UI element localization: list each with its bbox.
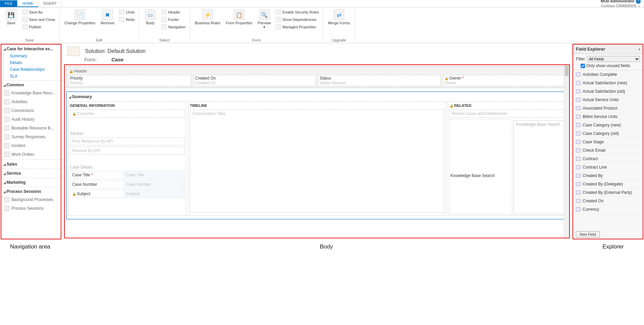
help-icon[interactable]: ? xyxy=(636,0,641,4)
redo-button[interactable]: Redo xyxy=(118,16,136,23)
new-field-button[interactable]: New Field xyxy=(576,231,600,237)
customer-field[interactable]: 🔒Customer xyxy=(70,110,184,118)
field-item[interactable]: Created By xyxy=(573,172,643,180)
kpi1-field[interactable]: First Response By KPI xyxy=(70,137,184,145)
entity-icon xyxy=(4,152,9,157)
case-detail-row[interactable]: Case Title *Case Title xyxy=(70,171,184,179)
save-as-button[interactable]: Save As xyxy=(21,9,57,16)
tab-home[interactable]: HOME xyxy=(18,0,38,7)
field-item[interactable]: Currency xyxy=(573,205,643,214)
nav-section-common[interactable]: Common xyxy=(1,81,61,89)
footer-button[interactable]: Footer xyxy=(160,16,187,23)
filter-select[interactable]: All Fields xyxy=(587,56,640,62)
field-item[interactable]: Case Category (old) xyxy=(573,129,643,138)
related-list-area[interactable]: Knowledge Base Search xyxy=(449,119,512,214)
managed-properties-button[interactable]: Managed Properties xyxy=(274,24,320,30)
group-label-select: Select xyxy=(142,37,187,42)
expand-icon[interactable]: › xyxy=(639,47,640,52)
form-properties-button[interactable]: 📋Form Properties xyxy=(224,9,254,37)
field-icon xyxy=(576,157,581,161)
publish-button[interactable]: Publish xyxy=(21,24,57,30)
tab-file[interactable]: FILE xyxy=(0,0,18,7)
change-properties-button[interactable]: 📄Change Properties xyxy=(62,9,97,37)
nav-section-process[interactable]: Process Sessions xyxy=(1,188,61,195)
header-field[interactable]: StatusStatus Reason xyxy=(318,75,441,86)
field-item[interactable]: Associated Product xyxy=(573,104,643,113)
column-related[interactable]: 🔒RELATED Recent cases and Entitlements K… xyxy=(448,101,566,216)
column-general[interactable]: GENERAL INFORMATION 🔒Customer Section Fi… xyxy=(68,101,186,216)
nav-item[interactable]: Details xyxy=(3,59,61,66)
column-timeline[interactable]: TIMELINE Conversation Tabs xyxy=(188,101,446,216)
show-dependencies-button[interactable]: Show Dependencies xyxy=(274,16,320,23)
field-item[interactable]: Activities Complete xyxy=(573,70,643,79)
nav-item[interactable]: Activities xyxy=(1,97,61,106)
nav-item[interactable]: SLA xyxy=(3,73,61,80)
field-item[interactable]: Created By (Delegate) xyxy=(573,180,643,188)
remove-button[interactable]: ✖Remove xyxy=(98,9,116,37)
timeline-title: TIMELINE xyxy=(190,103,444,110)
nav-item[interactable]: Bookable Resource B... xyxy=(1,124,61,132)
form-header-section[interactable]: 🔒Header PriorityPriorityCreated OnCreate… xyxy=(66,66,568,88)
field-list: Activities CompleteActual Satisfaction (… xyxy=(573,70,643,230)
field-item[interactable]: Case Stage xyxy=(573,138,643,146)
title-bar: FILE HOME INSERT MOD Administrator? Cont… xyxy=(0,0,644,7)
only-unused-checkbox[interactable] xyxy=(581,64,585,68)
nav-item[interactable]: Background Processes xyxy=(1,195,61,204)
only-unused-row[interactable]: Only show unused fields xyxy=(573,63,643,70)
header-field[interactable]: Created OnCreated On xyxy=(193,75,316,86)
nav-item[interactable]: Summary xyxy=(3,53,61,59)
redo-icon xyxy=(119,17,124,22)
chevron-down-icon[interactable]: ⌄ xyxy=(638,4,641,8)
ribbon-tabs: FILE HOME INSERT xyxy=(0,0,62,7)
nav-item[interactable]: Knowledge Base Reco... xyxy=(1,89,61,97)
merge-forms-button[interactable]: ⇄Merge Forms xyxy=(326,9,352,37)
tab-insert[interactable]: INSERT xyxy=(38,0,62,7)
form-header-title: 🔒Header xyxy=(68,68,565,75)
field-item[interactable]: Actual Satisfaction (old) xyxy=(573,87,643,96)
scrollbar-thumb[interactable] xyxy=(565,66,568,76)
annotation-explorer: Explorer xyxy=(603,243,624,250)
field-item[interactable]: Case Category (new) xyxy=(573,121,643,129)
save-close-button[interactable]: Save and Close xyxy=(21,16,57,23)
field-item[interactable]: Check Email xyxy=(573,146,643,155)
preview-button[interactable]: 🔍Preview ▾ xyxy=(256,9,273,37)
nav-item[interactable]: Survey Responses xyxy=(1,132,61,141)
nav-item[interactable]: Audit History xyxy=(1,115,61,124)
field-item[interactable]: Created By (External Party) xyxy=(573,188,643,197)
business-rules-button[interactable]: ⚡Business Rules xyxy=(193,9,223,37)
nav-item[interactable]: Work Orders xyxy=(1,150,61,159)
timeline-placeholder[interactable]: Conversation Tabs xyxy=(190,110,444,213)
case-detail-row[interactable]: 🔒SubjectSubject xyxy=(70,190,184,198)
save-button[interactable]: 💾Save xyxy=(3,9,20,37)
kb-search-box[interactable]: Knowledge Base Search xyxy=(514,120,564,214)
header-field[interactable]: PriorityPriority xyxy=(68,75,191,86)
nav-section-marketing[interactable]: Marketing xyxy=(1,179,61,186)
field-item[interactable]: Contract Line xyxy=(573,163,643,172)
nav-section-sales[interactable]: Sales xyxy=(1,160,61,168)
enable-security-button[interactable]: Enable Security Roles xyxy=(274,9,320,16)
nav-item[interactable]: incident xyxy=(1,141,61,150)
field-item[interactable]: Billed Service Units xyxy=(573,113,643,121)
nav-item[interactable]: Connections xyxy=(1,106,61,115)
nav-item[interactable]: Case Relationships xyxy=(3,66,61,73)
undo-button[interactable]: Undo xyxy=(118,9,136,16)
header-button[interactable]: Header xyxy=(160,9,187,16)
summary-section[interactable]: Summary GENERAL INFORMATION 🔒Customer Se… xyxy=(66,91,568,219)
case-detail-row[interactable]: Case NumberCase Number xyxy=(70,180,184,188)
header-field[interactable]: 🔒Owner *Owner xyxy=(443,75,565,86)
field-item[interactable]: Actual Satisfaction (new) xyxy=(573,79,643,87)
lock-icon: 🔒 xyxy=(449,104,453,108)
nav-item[interactable]: Process Sessions xyxy=(1,204,61,213)
nav-section-service[interactable]: Service xyxy=(1,170,61,177)
kpi2-field[interactable]: Resolve By KPI xyxy=(70,147,184,155)
nav-section-case[interactable]: Case for Interactive ex... xyxy=(1,45,61,53)
entity-icon xyxy=(4,206,9,211)
navigation-button[interactable]: Navigation xyxy=(160,24,187,30)
field-item[interactable]: Contract xyxy=(573,155,643,163)
field-item[interactable]: Created On xyxy=(573,197,643,205)
field-icon xyxy=(576,190,581,195)
field-item[interactable]: Actual Service Units xyxy=(573,96,643,104)
related-placeholder[interactable]: Recent cases and Entitlements xyxy=(449,110,564,118)
body-button[interactable]: ▭Body xyxy=(142,9,159,37)
scrollbar-vertical[interactable] xyxy=(564,65,569,238)
